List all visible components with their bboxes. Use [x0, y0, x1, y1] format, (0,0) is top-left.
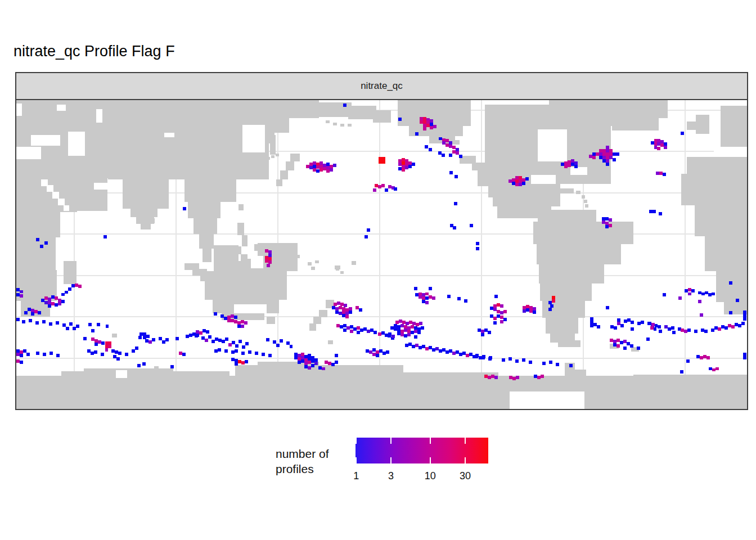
world-map-svg	[16, 100, 747, 409]
map-panel	[15, 99, 748, 410]
colorbar-tick-label: 10	[425, 470, 436, 482]
colorbar-tick	[356, 438, 357, 444]
colorbar-tick-label: 3	[388, 470, 394, 482]
colorbar-tick	[390, 438, 392, 444]
colorbar-tick	[465, 438, 466, 444]
colorbar-tick-label: 30	[460, 470, 471, 482]
colorbar-tick	[356, 457, 357, 464]
colorbar-gradient	[356, 438, 488, 464]
colorbar-tick	[390, 457, 392, 464]
legend-title-line2: profiles	[276, 461, 329, 476]
facet-label: nitrate_qc	[361, 80, 403, 92]
figure-page: nitrate_qc Profile Flag F nitrate_qc num…	[0, 0, 756, 540]
facet-strip: nitrate_qc	[15, 72, 748, 99]
page-title: nitrate_qc Profile Flag F	[14, 43, 175, 60]
colorbar-tick	[465, 457, 466, 464]
colorbar-tick	[430, 438, 431, 444]
legend-title-line1: number of	[276, 446, 329, 461]
colorbar-tick-label: 1	[353, 470, 359, 482]
legend-title: number of profiles	[276, 446, 329, 476]
colorbar-tick	[430, 457, 431, 464]
